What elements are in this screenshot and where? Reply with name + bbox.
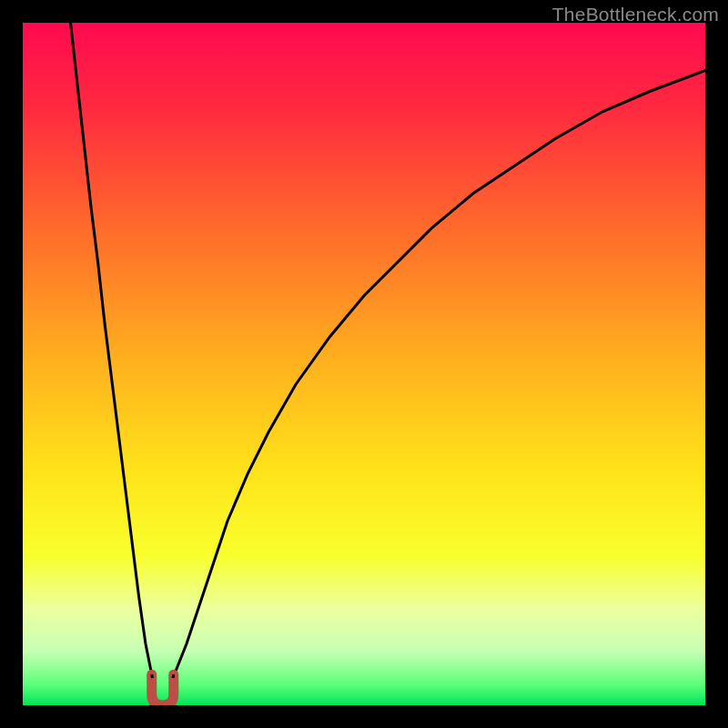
outer-frame: TheBottleneck.com — [0, 0, 728, 728]
connector-left — [152, 674, 153, 678]
connector-right — [173, 674, 174, 678]
gradient-background — [23, 23, 705, 705]
plot-area — [23, 23, 705, 705]
bottleneck-chart — [23, 23, 705, 705]
watermark-text: TheBottleneck.com — [552, 4, 719, 25]
